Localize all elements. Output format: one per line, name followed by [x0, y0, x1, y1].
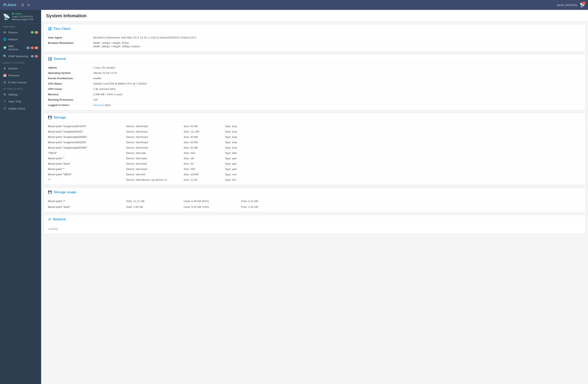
sidebar-item-devices[interactable]: 🖥 Devices 5 1: [0, 29, 41, 36]
browser-res-line2: Width: 2860px / Height: 1866px (native): [93, 45, 140, 48]
page-title: System Infomation: [46, 13, 583, 19]
storage-device: Device: /dev/sda1: [126, 157, 184, 160]
network-card: 🖥 Network Loading...: [43, 215, 586, 234]
vboxuser-link[interactable]: vboxuser: [93, 104, 104, 107]
presence-icon: 📅: [3, 74, 7, 77]
processes-row: Running Processes: 126: [48, 97, 581, 102]
sidebar-label-icmp: ICMP Monitoring: [8, 55, 29, 58]
sidebar-item-web-services[interactable]: 🌍 Web Services 2 1 1: [0, 43, 41, 53]
memory-value: 2.899 MB / 9.6% is used: [93, 93, 122, 96]
cpu-cores-value: 2 @ unknown MHz: [93, 88, 116, 90]
storage-mount: Mount point "/snap/snapd/20092": [48, 136, 126, 138]
storage-type: Type: part: [225, 157, 266, 160]
usage-free: Free: 4,14 GB: [241, 200, 282, 203]
sidebar-item-help[interactable]: ? Help / FAQ: [0, 98, 41, 105]
storage-header: 💾 Storage: [44, 113, 585, 122]
processes-value: 126: [93, 98, 98, 101]
settings-icon: ⚙: [3, 93, 7, 96]
usage-mount: Mount point "/boot": [48, 205, 126, 208]
main-menu-label: MAIN MENU: [0, 24, 41, 29]
badge-icmp-2: 2: [30, 55, 34, 58]
navbar-right: server (18:04:50) 📡 2: [557, 2, 585, 7]
user-agent-label: User Agent: [48, 36, 93, 39]
sidebar-item-settings[interactable]: ⚙ Settings: [0, 91, 41, 98]
logged-in-value: vboxuser (tty1): [93, 104, 111, 107]
storage-size: Size: 63.5M: [184, 141, 225, 144]
storage-icon: 💾: [48, 115, 52, 119]
memory-status: Memory usage: 9.6%: [12, 18, 34, 21]
storage-row: Mount point "" Device: /dev/sda1 Size: 1…: [48, 156, 581, 161]
sidebar-item-pialert-journal[interactable]: ☰ Pi.Alert Journal: [0, 79, 41, 86]
logged-in-label: Logged in Users:: [48, 104, 93, 107]
sidebar-item-update[interactable]: ↺ Update Check: [0, 105, 41, 112]
network-placeholder: Loading...: [44, 224, 585, 234]
storage-device: Device: /dev/loop5: [126, 146, 184, 149]
this-client-table: User Agent Mozilla/5.0 (Macintosh; Intel…: [44, 33, 585, 51]
storage-type: Type: loop: [225, 141, 266, 144]
storage-size: Size: 63.4M: [184, 125, 225, 128]
help-icon: ?: [3, 100, 7, 103]
cpu-name-label: CPU Name:: [48, 82, 93, 85]
active-dot: [12, 13, 14, 14]
processes-label: Running Processes:: [48, 98, 93, 101]
storage-usage-title: Storage usage: [54, 190, 76, 194]
uptime-label: Uptime: [48, 66, 93, 69]
memory-label: Memory:: [48, 93, 93, 96]
storage-type: Type: rom: [225, 173, 266, 176]
cpu-name-row: CPU Name: Intel(R) Core(TM) i9-9880H CPU…: [48, 81, 581, 87]
this-client-title: This Client: [54, 27, 70, 31]
sidebar-item-icmp[interactable]: 🔍 ICMP Monitoring 2 1: [0, 53, 41, 60]
kernel-label: Kernel Architecture:: [48, 77, 93, 80]
refresh-icon[interactable]: ↻: [27, 3, 30, 7]
network-header: 🖥 Network: [44, 215, 585, 224]
page-header: System Infomation: [41, 10, 588, 22]
general-table: Uptime 1 hour, 50 minutes Operating Syst…: [44, 63, 585, 110]
badge-devices-1: 1: [35, 31, 38, 34]
tty-suffix: (tty1): [104, 104, 111, 107]
sidebar-label-presence: Presence: [8, 74, 38, 77]
menu-icon[interactable]: ☰: [21, 3, 24, 7]
sidebar-item-network[interactable]: 🌐 Network: [0, 36, 41, 43]
main-layout: 📡 Active Load: 0.12 0.03 0.01 Memory usa…: [0, 10, 588, 384]
navbar: Pi.Alert ☰ ↻ server (18:04:50) 📡 2: [0, 0, 588, 10]
storage-type: Type: lvm: [225, 178, 266, 181]
storage-type: Type: part: [225, 167, 266, 171]
journal-icon: ☰: [3, 81, 7, 84]
navbar-icons: ☰ ↻: [21, 3, 30, 7]
browser-res-label: Browser Resolution:: [48, 41, 93, 45]
storage-type: Type: loop: [225, 125, 266, 128]
badge-ws-2: 2: [26, 46, 30, 49]
load-status: Load: 0.12 0.03 0.01: [12, 15, 34, 18]
sidebar-label-journal: Pi.Alert Journal: [8, 81, 38, 84]
sidebar-label-update: Update Check: [8, 107, 38, 110]
storage-mount: "/": [48, 178, 126, 181]
storage-usage-row: Mount point "/" Total: 11,21 GB Used: 6,…: [48, 198, 581, 204]
storage-mount: Mount point "/snap/snapd/20290": [48, 146, 126, 149]
general-icon: ℹ️: [48, 57, 52, 61]
browser-res-row: Browser Resolution: Width: 1430px / Heig…: [48, 40, 581, 49]
storage-size: Size: 23G: [184, 167, 225, 171]
os-label: Operating System: [48, 71, 93, 74]
cpu-cores-label: CPU Cores:: [48, 88, 93, 90]
usage-total: Total: 1,90 GB: [126, 205, 184, 208]
storage-usage-header: 💾 Storage usage: [44, 188, 585, 197]
sidebar-label-ev-devices: Devices: [8, 67, 38, 70]
sidebar-item-ev-devices[interactable]: 🖥 Devices: [0, 65, 41, 72]
sidebar-item-presence[interactable]: 📅 Presence: [0, 72, 41, 79]
logged-in-row: Logged in Users: vboxuser (tty1): [48, 102, 581, 108]
storage-usage-row: Mount point "/boot" Total: 1,90 GB Used:…: [48, 204, 581, 210]
storage-type: Type: loop: [225, 130, 266, 133]
storage-device: Device: /dev/sr0: [126, 173, 184, 176]
os-row: Operating System Ubuntu 22.04.3 LTS: [48, 70, 581, 76]
web-services-badges: 2 1 1: [26, 46, 38, 49]
storage-size: Size: 11.5G: [184, 178, 225, 181]
storage-device: Device: /dev/loop2: [126, 136, 184, 138]
storage-size: Size: 40.8M: [184, 136, 225, 138]
browser-res-value: Width: 1430px / Height: 933px Width: 286…: [93, 41, 140, 48]
events-label: EVENTS & JOURNAL: [0, 60, 41, 65]
storage-row: Mount point "/snap/snapd/20290" Device: …: [48, 145, 581, 150]
general-title: General: [54, 57, 66, 61]
storage-card: 💾 Storage Mount point "/snap/core20/1974…: [43, 113, 586, 185]
sidebar-label-help: Help / FAQ: [8, 100, 38, 103]
storage-row: "VBOX" Device: /dev/sda Size: 25G Type: …: [48, 150, 581, 156]
